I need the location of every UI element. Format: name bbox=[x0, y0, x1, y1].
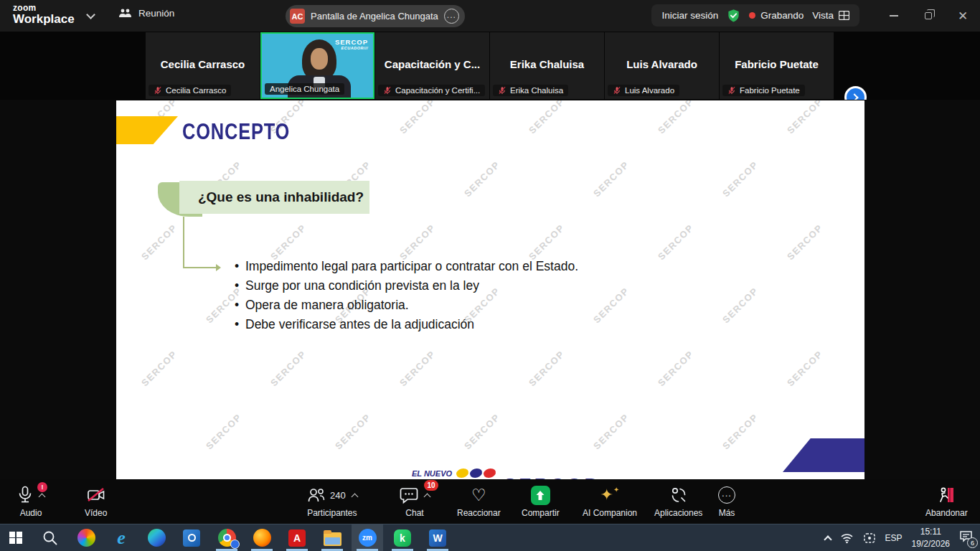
watermark-text: SERCOP bbox=[591, 412, 631, 452]
ai-companion-label: AI Companion bbox=[583, 508, 637, 518]
more-button[interactable]: ... Más bbox=[718, 485, 735, 518]
sercop-brand-text: SERCOP bbox=[335, 38, 368, 46]
zoom-app-icon: zm bbox=[359, 529, 377, 547]
watermark-text: SERCOP bbox=[397, 100, 438, 136]
apps-label: Aplicaciones bbox=[654, 508, 702, 518]
camera-off-icon bbox=[86, 486, 106, 504]
shared-screen-stage: SERCOPSERCOPSERCOPSERCOPSERCOPSERCOPSERC… bbox=[0, 100, 980, 479]
share-label: Compartir bbox=[522, 508, 560, 518]
notification-center-button[interactable]: 6 bbox=[959, 530, 973, 545]
logo-workplace-text: Workplace bbox=[13, 13, 75, 25]
taskbar-acrobat-button[interactable]: A bbox=[281, 524, 313, 551]
taskbar-zoom-button[interactable]: zm bbox=[352, 524, 383, 551]
watermark-text: SERCOP bbox=[527, 349, 567, 389]
watermark-text: SERCOP bbox=[268, 349, 308, 389]
watermark-text: SERCOP bbox=[591, 159, 631, 199]
mic-muted-icon bbox=[154, 86, 162, 95]
participant-label-text: Luis Alvarado bbox=[625, 86, 674, 95]
mic-muted-icon bbox=[383, 86, 392, 95]
share-screen-button[interactable]: Compartir bbox=[522, 485, 560, 518]
audio-button[interactable]: ! Audio bbox=[17, 485, 44, 518]
restore-icon bbox=[925, 12, 932, 19]
view-button[interactable]: Vista bbox=[812, 10, 849, 21]
taskbar-outlook-button[interactable] bbox=[176, 524, 207, 551]
participant-tile-luis[interactable]: Luis Alvarado Luis Alvarado bbox=[605, 32, 719, 99]
el-nuevo-text: EL NUEVO bbox=[412, 469, 452, 478]
share-icon bbox=[531, 486, 550, 505]
participants-count: 240 bbox=[330, 490, 346, 501]
participant-label-text: Angelica Chungata bbox=[270, 85, 339, 93]
participant-tile-fabricio[interactable]: Fabricio Puetate Fabricio Puetate bbox=[720, 32, 834, 99]
sparkle-icon: ✦✦ bbox=[600, 486, 620, 504]
watermark-text: SERCOP bbox=[656, 222, 696, 263]
watermark-text: SERCOP bbox=[333, 412, 373, 452]
clock[interactable]: 15:11 19/2/2026 bbox=[912, 526, 950, 549]
react-button[interactable]: ♡ Reaccionar bbox=[457, 485, 501, 518]
participant-tile-cecilia[interactable]: Cecilia Carrasco Cecilia Carrasco bbox=[146, 32, 260, 99]
participant-name: Fabricio Puetate bbox=[720, 58, 834, 70]
title-bar: zoom Workplace Reunión AC Pantalla de An… bbox=[0, 0, 980, 32]
watermark-text: SERCOP bbox=[720, 286, 760, 326]
ai-companion-button[interactable]: ✦✦ AI Companion bbox=[583, 485, 637, 518]
outlook-icon bbox=[183, 529, 200, 547]
security-shield-icon[interactable] bbox=[727, 9, 740, 23]
file-explorer-icon bbox=[324, 532, 341, 546]
search-button[interactable] bbox=[34, 524, 66, 551]
leave-meeting-button[interactable]: Abandonar bbox=[925, 485, 968, 518]
chat-button[interactable]: 10 Chat bbox=[400, 485, 430, 518]
taskbar-explorer-button[interactable] bbox=[316, 524, 348, 551]
sign-in-button[interactable]: Iniciar sesión bbox=[661, 10, 718, 21]
taskbar-chrome-button[interactable] bbox=[211, 524, 242, 551]
more-options-icon[interactable]: ... bbox=[444, 9, 459, 24]
tray-cast-icon[interactable] bbox=[863, 532, 876, 544]
participant-name: Erika Chaluisa bbox=[490, 58, 604, 70]
ellipsis-icon: ... bbox=[718, 486, 735, 504]
audio-options-chevron-icon[interactable] bbox=[39, 493, 46, 500]
sercop-wordmark-cropped: SERCOP bbox=[504, 474, 600, 479]
meeting-toolbar: ! Audio Vídeo bbox=[0, 479, 980, 524]
microphone-icon bbox=[17, 486, 33, 504]
taskbar-ie-button[interactable]: e bbox=[105, 524, 137, 551]
participant-label: Fabricio Puetate bbox=[722, 85, 805, 96]
watermark-text: SERCOP bbox=[785, 222, 825, 263]
participants-button[interactable]: 240 Participantes bbox=[307, 485, 357, 518]
wifi-icon[interactable] bbox=[840, 532, 854, 544]
mic-muted-icon bbox=[613, 86, 621, 95]
recording-indicator[interactable]: Grabando bbox=[749, 10, 804, 21]
video-label: Vídeo bbox=[85, 508, 107, 518]
tab-meeting[interactable]: Reunión bbox=[118, 8, 174, 19]
participant-tile-erika[interactable]: Erika Chaluisa Erika Chaluisa bbox=[490, 32, 604, 99]
taskbar-copilot-button[interactable] bbox=[70, 524, 102, 551]
participants-chevron-icon[interactable] bbox=[351, 493, 358, 500]
chevron-down-icon[interactable] bbox=[86, 10, 95, 19]
close-button[interactable]: ✕ bbox=[946, 0, 980, 32]
participant-label-text: Cecilia Carrasco bbox=[166, 86, 226, 95]
slide-footer-logo: EL NUEVO bbox=[412, 468, 496, 478]
video-button[interactable]: Vídeo bbox=[85, 485, 107, 518]
participant-name: Capacitación y C... bbox=[375, 58, 489, 70]
taskbar-kaspersky-button[interactable]: k bbox=[387, 524, 418, 551]
participant-label-text: Erika Chaluisa bbox=[510, 86, 563, 95]
watermark-text: SERCOP bbox=[397, 349, 438, 389]
watermark-text: SERCOP bbox=[656, 100, 696, 136]
language-indicator[interactable]: ESP bbox=[885, 533, 903, 543]
participant-tile-capacitacion[interactable]: Capacitación y C... Capacitación y Certi… bbox=[375, 32, 489, 99]
tray-chevron-up-icon[interactable] bbox=[824, 535, 831, 543]
chat-chevron-icon[interactable] bbox=[424, 493, 431, 500]
active-share-pill[interactable]: AC Pantalla de Angelica Chungata ... bbox=[286, 5, 465, 27]
system-tray: ESP 15:11 19/2/2026 6 bbox=[825, 524, 980, 551]
taskbar-firefox-button[interactable] bbox=[246, 524, 278, 551]
apps-button[interactable]: Aplicaciones bbox=[654, 485, 702, 518]
watermark-text: SERCOP bbox=[656, 349, 696, 389]
ribbon-band: ¿Que es una inhabilidad? bbox=[179, 181, 369, 214]
taskbar-word-button[interactable]: W bbox=[422, 524, 453, 551]
firefox-icon bbox=[253, 529, 271, 547]
minimize-button[interactable] bbox=[877, 0, 911, 32]
start-button[interactable] bbox=[0, 524, 32, 551]
taskbar-edge-button[interactable] bbox=[141, 524, 172, 551]
edge-icon bbox=[148, 529, 166, 547]
restore-button[interactable] bbox=[911, 0, 946, 32]
participant-tile-angelica-video[interactable]: SERCOP ECUADOR/// Angelica Chungata bbox=[260, 32, 374, 99]
meeting-people-icon bbox=[118, 8, 132, 19]
acrobat-icon: A bbox=[288, 529, 306, 547]
